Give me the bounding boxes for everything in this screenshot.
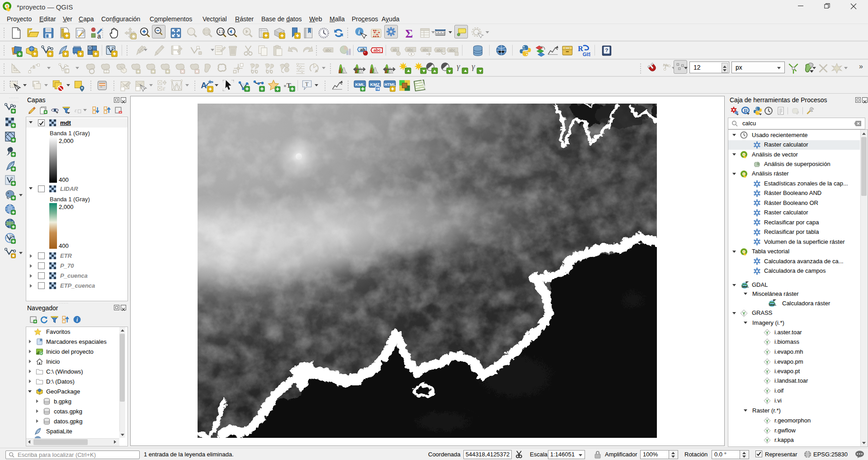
svg-text:ε: ε <box>163 85 165 92</box>
svg-text:KMZ: KMZ <box>370 82 380 87</box>
svg-text:GIS: GIS <box>583 52 590 57</box>
svg-text:ε: ε <box>75 107 77 114</box>
svg-text:a: a <box>97 33 101 40</box>
svg-text:i: i <box>358 29 360 35</box>
svg-text:ab: ab <box>393 47 397 52</box>
svg-text:?: ? <box>605 47 608 53</box>
svg-text:γ: γ <box>472 62 475 71</box>
svg-text:γ: γ <box>457 62 460 71</box>
svg-text:abc: abc <box>373 47 381 52</box>
svg-text:T: T <box>305 81 309 87</box>
svg-text:KML: KML <box>355 82 365 87</box>
svg-text:abc: abc <box>326 48 332 52</box>
svg-text:R: R <box>744 107 748 114</box>
svg-text:abc: abc <box>407 47 414 52</box>
svg-text:abc: abc <box>436 48 443 52</box>
svg-text:Σ: Σ <box>405 27 413 40</box>
svg-text:abc: abc <box>422 47 429 52</box>
svg-text:HTML: HTML <box>384 82 396 87</box>
svg-text:1:1: 1:1 <box>218 29 224 34</box>
svg-text:abc: abc <box>449 48 456 52</box>
